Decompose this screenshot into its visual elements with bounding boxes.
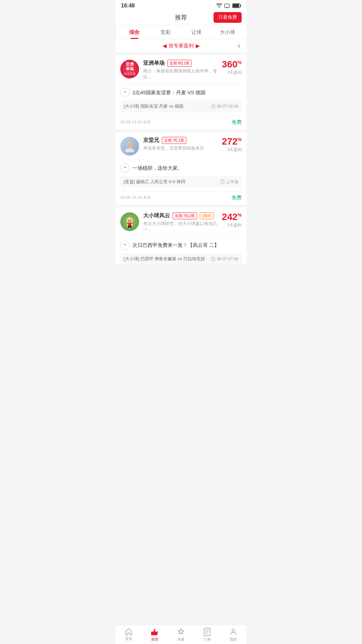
card-jingdang: 京堂兄 近期 7红1黑 术业有专攻，京堂带你回血杀庄 272% 3天盈利 ❝ 一… xyxy=(116,132,246,205)
svg-rect-17 xyxy=(130,226,132,228)
status-icons xyxy=(216,3,241,8)
profit-number: 242% xyxy=(222,212,242,222)
match-title: 2点45国家友谊赛：丹麦 VS 德国 xyxy=(132,90,205,96)
match-info-row: [大小球] 巴西甲 弗鲁米嫩塞 vs 巴拉纳竞技 🕐 06-07 07:00 xyxy=(120,253,242,265)
profile-icon xyxy=(229,628,237,636)
expert-badge: 近期 6红1黑 xyxy=(167,60,192,67)
sort-next-button[interactable]: ▶ xyxy=(196,43,200,49)
cartoon-avatar-svg xyxy=(123,215,136,228)
expert-name: 大小球风云 xyxy=(143,212,170,219)
match-title-row: ❝ 次日巴西甲免费来一发！【风云哥 二】 xyxy=(120,237,242,253)
nav-home-label: 首页 xyxy=(125,636,132,641)
match-time: 🕐 上半场 xyxy=(220,179,238,185)
expert-header: 亚洲单场 专场享盈 亚洲单场 近期 6红1黑 简介：单场哥长期保持惊人命中率，专… xyxy=(120,60,242,80)
sort-controls: ◀ 按专家盈利 ▶ xyxy=(163,43,200,49)
avatar xyxy=(120,137,139,156)
quote-icon: ❝ xyxy=(120,240,130,250)
wifi-icon xyxy=(216,3,222,8)
match-details: [大小球] 国际友谊 丹麦 vs 德国 xyxy=(124,103,183,109)
match-time: 🕐 06-07 02:45 xyxy=(210,104,238,109)
card-footer: 06-06 15:38 发布 免费 xyxy=(120,191,242,205)
status-bar: 16:48 xyxy=(116,0,246,10)
expert-info: 亚洲单场 近期 6红1黑 简介：单场哥长期保持惊人命中率，专注... xyxy=(143,60,218,80)
match-title-row: ❝ 2点45国家友谊赛：丹麦 VS 德国 xyxy=(120,84,242,101)
svg-rect-4 xyxy=(233,4,239,7)
svg-rect-16 xyxy=(128,226,129,228)
nav-mine[interactable]: 我的 xyxy=(220,625,246,644)
profit-label: 3天盈利 xyxy=(222,147,242,153)
person-avatar-svg xyxy=(124,140,136,152)
nav-order[interactable]: 订单 xyxy=(194,625,220,644)
match-title: 一场稳胆，送给大家。 xyxy=(132,165,183,171)
home-icon xyxy=(125,628,133,635)
svg-point-6 xyxy=(125,148,134,152)
profit-label: 3天盈利 xyxy=(222,222,242,228)
match-info-row: [亚盘] 越南乙 人民公安 0-0 林同 🕐 上半场 xyxy=(120,176,242,187)
sort-bar: ◀ 按专家盈利 ▶ ∨ xyxy=(116,39,246,52)
card-big-small-cloud: 大小球风云 近期 7红2黑 2连红 专注大小球研究，对大小球盘口有自己一... … xyxy=(116,208,246,265)
battery-icon xyxy=(232,3,241,8)
profit-number: 272% xyxy=(222,137,242,146)
nav-recommend[interactable]: 推荐 xyxy=(142,625,168,644)
match-time: 🕐 06-07 07:00 xyxy=(210,257,238,261)
svg-point-10 xyxy=(126,217,133,224)
order-icon xyxy=(203,628,211,636)
nav-expert[interactable]: 专家 xyxy=(168,625,194,644)
category-tabs: 综合 竞彩 让球 大小球 xyxy=(116,25,246,39)
expert-name: 亚洲单场 xyxy=(143,60,165,67)
svg-point-13 xyxy=(130,220,131,221)
screen-icon xyxy=(224,3,230,8)
match-details: [亚盘] 越南乙 人民公安 0-0 林同 xyxy=(124,179,185,185)
nav-mine-label: 我的 xyxy=(230,637,237,642)
profit-label: 3天盈利 xyxy=(222,70,242,75)
expert-badge-2: 2连红 xyxy=(200,212,214,219)
expert-desc: 专注大小球研究，对大小球盘口有自己一... xyxy=(143,221,217,232)
expert-header: 大小球风云 近期 7红2黑 2连红 专注大小球研究，对大小球盘口有自己一... … xyxy=(120,212,242,233)
svg-point-12 xyxy=(128,220,129,221)
quote-icon: ❝ xyxy=(120,163,130,173)
nav-expert-label: 专家 xyxy=(177,637,185,642)
bottom-nav: 首页 推荐 专家 订单 我的 xyxy=(116,625,246,644)
expert-desc: 简介：单场哥长期保持惊人命中率，专注... xyxy=(143,68,217,79)
page-title: 推荐 xyxy=(175,13,187,21)
free-label: 免费 xyxy=(232,119,242,125)
sort-label-text: 按专家盈利 xyxy=(169,43,194,49)
sort-prev-button[interactable]: ◀ xyxy=(163,43,167,49)
thumbs-up-icon xyxy=(150,628,159,636)
svg-point-9 xyxy=(128,143,132,147)
svg-point-23 xyxy=(232,629,235,632)
profit-number: 360% xyxy=(222,60,242,69)
expert-name: 京堂兄 xyxy=(143,137,159,144)
card-asia-single: 亚洲单场 专场享盈 亚洲单场 近期 6红1黑 简介：单场哥长期保持惊人命中率，专… xyxy=(116,55,246,129)
expert-info: 大小球风云 近期 7红2黑 2连红 专注大小球研究，对大小球盘口有自己一... xyxy=(143,212,218,233)
app-header: 推荐 只看免费 xyxy=(116,10,246,25)
nav-recommend-label: 推荐 xyxy=(151,637,159,642)
expert-badge-1: 近期 7红2黑 xyxy=(173,212,197,219)
tab-handicap[interactable]: 让球 xyxy=(181,25,212,39)
tab-lottery[interactable]: 竞彩 xyxy=(150,25,181,39)
match-details: [大小球] 巴西甲 弗鲁米嫩塞 vs 巴拉纳竞技 xyxy=(124,256,205,262)
free-label: 免费 xyxy=(232,195,242,201)
tab-goal[interactable]: 大小球 xyxy=(212,25,243,39)
svg-rect-0 xyxy=(225,4,229,8)
expert-profit: 242% 3天盈利 xyxy=(222,212,242,228)
quote-icon: ❝ xyxy=(120,88,130,97)
nav-order-label: 订单 xyxy=(203,637,211,642)
match-title: 次日巴西甲免费来一发！【风云哥 二】 xyxy=(132,242,219,249)
expert-badge: 近期 7红1黑 xyxy=(162,137,186,144)
tab-synthesis[interactable]: 综合 xyxy=(119,25,150,39)
filter-free-button[interactable]: 只看免费 xyxy=(214,12,242,23)
card-footer: 06-06 14:49 发布 免费 xyxy=(120,115,242,129)
expert-icon xyxy=(177,628,185,636)
publish-time: 06-06 15:38 发布 xyxy=(120,195,151,201)
avatar: 亚洲单场 专场享盈 xyxy=(120,60,139,78)
status-time: 16:48 xyxy=(121,3,135,9)
expert-desc: 术业有专攻，京堂带你回血杀庄 xyxy=(143,146,204,151)
expert-header: 京堂兄 近期 7红1黑 术业有专攻，京堂带你回血杀庄 272% 3天盈利 xyxy=(120,137,242,156)
publish-time: 06-06 14:49 发布 xyxy=(120,119,151,125)
sort-expand-icon[interactable]: ∨ xyxy=(237,43,241,49)
expert-profit: 360% 3天盈利 xyxy=(222,60,242,75)
nav-home[interactable]: 首页 xyxy=(116,625,142,644)
expert-profit: 272% 3天盈利 xyxy=(222,137,242,153)
match-info-row: [大小球] 国际友谊 丹麦 vs 德国 🕐 06-07 02:45 xyxy=(120,101,242,112)
